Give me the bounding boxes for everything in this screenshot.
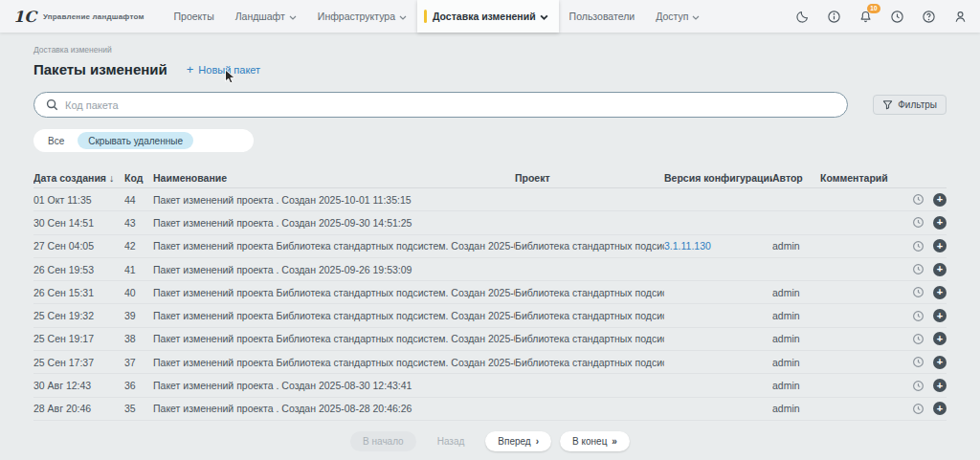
filters-button[interactable]: Фильтры <box>873 95 947 115</box>
sort-desc-icon[interactable]: ↓ <box>109 172 114 184</box>
column-header-project[interactable]: Проект <box>515 172 664 184</box>
column-header-code[interactable]: Код <box>124 172 153 184</box>
cell-name: Пакет изменений проекта . Создан 2025-10… <box>153 194 515 206</box>
row-add-button[interactable]: + <box>933 379 947 392</box>
pagination: В начало Назад Вперед › В конец » <box>33 431 947 451</box>
breadcrumb[interactable]: Доставка изменений <box>33 45 947 55</box>
cell-author: admin <box>772 310 820 321</box>
cell-date: 25 Сен 19:32 <box>33 310 124 321</box>
row-add-button[interactable]: + <box>933 193 947 207</box>
nav-item-projects[interactable]: Проекты <box>164 0 225 33</box>
cell-name: Пакет изменений проекта Библиотека станд… <box>153 357 515 368</box>
nav-item-change-delivery[interactable]: Доставка изменений <box>417 0 559 33</box>
dark-mode-icon[interactable] <box>793 8 811 25</box>
cell-date: 25 Сен 17:37 <box>33 357 124 368</box>
table-row[interactable]: 26 Сен 19:53 41 Пакет изменений проекта … <box>33 258 947 281</box>
row-history-icon[interactable] <box>912 333 924 345</box>
cell-project: Библиотека стандартных подсистем <box>515 240 664 252</box>
table-row[interactable]: 30 Авг 12:43 36 Пакет изменений проекта … <box>33 374 947 397</box>
row-add-button[interactable]: + <box>933 239 947 252</box>
row-add-button[interactable]: + <box>933 309 947 322</box>
table-row[interactable]: 25 Сен 17:37 37 Пакет изменений проекта … <box>33 351 947 374</box>
pagination-last-button[interactable]: В конец » <box>560 431 630 451</box>
table-row[interactable]: 28 Авг 20:46 35 Пакет изменений проекта … <box>33 398 947 421</box>
filter-chips-bar: Все Скрывать удаленные <box>33 129 254 152</box>
cell-actions: + <box>888 356 947 369</box>
packages-table: Дата создания ↓ Код Наименование Проект … <box>33 167 947 421</box>
row-add-button[interactable]: + <box>933 263 947 276</box>
cell-author: admin <box>772 357 820 368</box>
nav-item-users[interactable]: Пользователи <box>559 0 646 33</box>
row-history-icon[interactable] <box>912 286 924 298</box>
new-package-label: Новый пакет <box>198 64 260 76</box>
row-add-button[interactable]: + <box>933 216 947 230</box>
cell-code: 44 <box>124 194 153 206</box>
column-header-name[interactable]: Наименование <box>153 172 515 184</box>
row-history-icon[interactable] <box>912 263 924 275</box>
chevron-down-icon <box>289 15 297 20</box>
chip-all[interactable]: Все <box>37 132 75 149</box>
info-icon[interactable] <box>825 8 842 25</box>
new-package-button[interactable]: + Новый пакет <box>187 63 260 77</box>
package-code-search-input[interactable] <box>65 99 835 111</box>
nav-item-infrastructure[interactable]: Инфраструктура <box>307 0 417 33</box>
nav-item-label: Доставка изменений <box>433 11 536 22</box>
column-header-comment[interactable]: Комментарий <box>820 172 888 184</box>
profile-icon[interactable] <box>951 8 969 25</box>
pagination-first-button[interactable]: В начало <box>350 431 416 451</box>
app-window: 1С Управление ландшафтом Проекты Ландшаф… <box>0 0 980 460</box>
notifications-bell-icon[interactable]: 10 <box>857 8 874 25</box>
cell-name: Пакет изменений проекта . Создан 2025-08… <box>153 403 515 414</box>
cell-name: Пакет изменений проекта . Создан 2025-09… <box>153 264 515 275</box>
column-header-date[interactable]: Дата создания ↓ <box>33 172 124 184</box>
cell-name: Пакет изменений проекта Библиотека станд… <box>153 287 515 298</box>
nav-item-label: Ландшафт <box>235 11 285 22</box>
cell-project: Библиотека стандартных подсистем <box>515 310 664 321</box>
row-add-button[interactable]: + <box>933 286 947 299</box>
row-history-icon[interactable] <box>912 403 924 415</box>
row-history-icon[interactable] <box>912 356 924 368</box>
chip-hide-deleted[interactable]: Скрывать удаленные <box>78 132 193 149</box>
cell-date: 26 Сен 19:53 <box>33 264 124 275</box>
row-history-icon[interactable] <box>912 310 924 322</box>
pagination-prev-button[interactable]: Назад <box>425 431 478 451</box>
cell-code: 40 <box>124 287 153 298</box>
cell-name: Пакет изменений проекта Библиотека станд… <box>153 310 515 321</box>
cell-actions: + <box>888 309 947 322</box>
cell-name: Пакет изменений проекта . Создан 2025-08… <box>153 380 515 391</box>
cell-code: 37 <box>124 357 153 368</box>
cell-actions: + <box>888 263 947 276</box>
cell-actions: + <box>888 239 947 252</box>
cell-code: 36 <box>124 380 153 391</box>
table-row[interactable]: 27 Сен 04:05 42 Пакет изменений проекта … <box>33 235 947 258</box>
cell-name: Пакет изменений проекта Библиотека станд… <box>153 333 515 344</box>
row-add-button[interactable]: + <box>933 402 947 415</box>
column-header-version[interactable]: Версия конфигурации <box>664 172 772 184</box>
row-history-icon[interactable] <box>912 216 924 229</box>
nav-item-access[interactable]: Доступ <box>645 0 710 33</box>
nav-item-label: Пользователи <box>569 11 635 22</box>
table-row[interactable]: 26 Сен 15:31 40 Пакет изменений проекта … <box>33 281 947 304</box>
cell-version-link[interactable]: 3.1.11.130 <box>664 240 772 252</box>
nav-item-landscape[interactable]: Ландшафт <box>225 0 307 33</box>
table-row[interactable]: 25 Сен 19:32 39 Пакет изменений проекта … <box>33 304 947 327</box>
row-history-icon[interactable] <box>912 193 924 206</box>
cell-actions: + <box>888 379 947 392</box>
cell-code: 43 <box>124 217 153 229</box>
row-add-button[interactable]: + <box>933 356 947 369</box>
nav-item-label: Проекты <box>174 11 214 22</box>
row-history-icon[interactable] <box>912 240 924 252</box>
history-clock-icon[interactable] <box>888 8 905 25</box>
column-header-author[interactable]: Автор <box>772 172 820 184</box>
pagination-next-button[interactable]: Вперед › <box>485 431 551 451</box>
row-history-icon[interactable] <box>912 380 924 392</box>
nav-item-label: Доступ <box>656 11 688 22</box>
table-row[interactable]: 25 Сен 19:17 38 Пакет изменений проекта … <box>33 328 947 351</box>
table-row[interactable]: 30 Сен 14:51 43 Пакет изменений проекта … <box>33 211 947 234</box>
help-icon[interactable] <box>920 8 937 25</box>
cell-project: Библиотека стандартных подсистем <box>515 333 664 344</box>
brand[interactable]: 1С Управление ландшафтом <box>13 0 145 33</box>
row-add-button[interactable]: + <box>933 332 947 345</box>
table-row[interactable]: 01 Окт 11:35 44 Пакет изменений проекта … <box>33 188 947 211</box>
plus-icon: + <box>187 62 194 77</box>
